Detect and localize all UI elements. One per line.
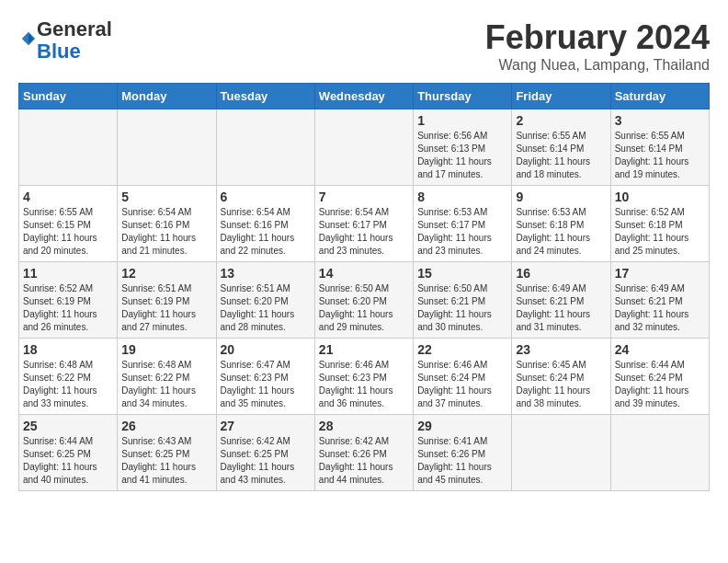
day-number: 19 xyxy=(121,342,211,357)
calendar-cell: 29Sunrise: 6:41 AM Sunset: 6:26 PM Dayli… xyxy=(414,415,512,491)
logo-text: General Blue xyxy=(37,18,112,63)
day-number: 6 xyxy=(221,190,311,204)
calendar-cell: 26Sunrise: 6:43 AM Sunset: 6:25 PM Dayli… xyxy=(118,415,216,491)
day-number: 21 xyxy=(319,342,409,357)
day-info: Sunrise: 6:51 AM Sunset: 6:19 PM Dayligh… xyxy=(121,282,211,334)
calendar-cell: 7Sunrise: 6:54 AM Sunset: 6:17 PM Daylig… xyxy=(314,186,413,262)
calendar-cell: 8Sunrise: 6:53 AM Sunset: 6:17 PM Daylig… xyxy=(414,186,512,262)
weekday-header-sunday: Sunday xyxy=(19,84,118,109)
calendar-cell xyxy=(512,415,610,491)
calendar-cell: 27Sunrise: 6:42 AM Sunset: 6:25 PM Dayli… xyxy=(216,415,314,491)
weekday-header-friday: Friday xyxy=(512,84,610,109)
logo-blue: Blue xyxy=(37,40,81,63)
day-number: 14 xyxy=(319,266,409,281)
calendar-week-row: 18Sunrise: 6:48 AM Sunset: 6:22 PM Dayli… xyxy=(19,339,710,415)
calendar-cell: 16Sunrise: 6:49 AM Sunset: 6:21 PM Dayli… xyxy=(512,262,610,339)
day-info: Sunrise: 6:42 AM Sunset: 6:26 PM Dayligh… xyxy=(319,435,409,487)
calendar-cell: 13Sunrise: 6:51 AM Sunset: 6:20 PM Dayli… xyxy=(216,262,314,339)
calendar-cell: 18Sunrise: 6:48 AM Sunset: 6:22 PM Dayli… xyxy=(19,339,118,415)
day-number: 8 xyxy=(417,190,507,204)
calendar-cell: 21Sunrise: 6:46 AM Sunset: 6:23 PM Dayli… xyxy=(314,339,413,415)
day-number: 24 xyxy=(615,342,705,357)
day-number: 13 xyxy=(221,266,311,281)
day-number: 28 xyxy=(319,419,409,433)
day-info: Sunrise: 6:52 AM Sunset: 6:19 PM Dayligh… xyxy=(23,282,113,334)
day-info: Sunrise: 6:46 AM Sunset: 6:23 PM Dayligh… xyxy=(319,359,409,410)
sub-title: Wang Nuea, Lampang, Thailand xyxy=(485,57,710,74)
day-number: 5 xyxy=(121,190,211,204)
calendar-week-row: 11Sunrise: 6:52 AM Sunset: 6:19 PM Dayli… xyxy=(19,262,710,339)
weekday-header-thursday: Thursday xyxy=(414,84,512,109)
day-number: 16 xyxy=(516,266,606,281)
calendar-cell xyxy=(118,109,216,186)
day-number: 26 xyxy=(121,419,211,433)
calendar-cell xyxy=(314,109,413,186)
day-info: Sunrise: 6:52 AM Sunset: 6:18 PM Dayligh… xyxy=(615,206,705,258)
calendar-cell: 6Sunrise: 6:54 AM Sunset: 6:16 PM Daylig… xyxy=(216,186,314,262)
calendar-cell xyxy=(610,415,709,491)
day-info: Sunrise: 6:49 AM Sunset: 6:21 PM Dayligh… xyxy=(516,282,606,334)
day-number: 18 xyxy=(23,342,113,357)
day-info: Sunrise: 6:43 AM Sunset: 6:25 PM Dayligh… xyxy=(121,435,211,487)
title-block: February 2024 Wang Nuea, Lampang, Thaila… xyxy=(485,18,710,74)
calendar-cell xyxy=(19,109,118,186)
day-info: Sunrise: 6:46 AM Sunset: 6:24 PM Dayligh… xyxy=(417,359,507,410)
day-info: Sunrise: 6:55 AM Sunset: 6:14 PM Dayligh… xyxy=(615,130,705,181)
day-info: Sunrise: 6:55 AM Sunset: 6:14 PM Dayligh… xyxy=(516,130,606,181)
calendar-cell: 3Sunrise: 6:55 AM Sunset: 6:14 PM Daylig… xyxy=(610,109,709,186)
calendar-cell: 17Sunrise: 6:49 AM Sunset: 6:21 PM Dayli… xyxy=(610,262,709,339)
day-info: Sunrise: 6:54 AM Sunset: 6:16 PM Dayligh… xyxy=(121,206,211,258)
calendar-cell: 2Sunrise: 6:55 AM Sunset: 6:14 PM Daylig… xyxy=(512,109,610,186)
calendar-cell: 11Sunrise: 6:52 AM Sunset: 6:19 PM Dayli… xyxy=(19,262,118,339)
calendar-week-row: 25Sunrise: 6:44 AM Sunset: 6:25 PM Dayli… xyxy=(19,415,710,491)
day-number: 29 xyxy=(417,419,507,433)
calendar-cell: 15Sunrise: 6:50 AM Sunset: 6:21 PM Dayli… xyxy=(414,262,512,339)
day-info: Sunrise: 6:54 AM Sunset: 6:17 PM Dayligh… xyxy=(319,206,409,258)
calendar-cell: 22Sunrise: 6:46 AM Sunset: 6:24 PM Dayli… xyxy=(414,339,512,415)
calendar-cell: 5Sunrise: 6:54 AM Sunset: 6:16 PM Daylig… xyxy=(118,186,216,262)
day-info: Sunrise: 6:54 AM Sunset: 6:16 PM Dayligh… xyxy=(221,206,311,258)
day-number: 15 xyxy=(417,266,507,281)
day-info: Sunrise: 6:47 AM Sunset: 6:23 PM Dayligh… xyxy=(221,359,311,410)
calendar-cell: 12Sunrise: 6:51 AM Sunset: 6:19 PM Dayli… xyxy=(118,262,216,339)
calendar-table: SundayMondayTuesdayWednesdayThursdayFrid… xyxy=(18,83,710,491)
day-info: Sunrise: 6:53 AM Sunset: 6:17 PM Dayligh… xyxy=(417,206,507,258)
day-info: Sunrise: 6:44 AM Sunset: 6:25 PM Dayligh… xyxy=(23,435,113,487)
day-number: 25 xyxy=(23,419,113,433)
calendar-cell: 28Sunrise: 6:42 AM Sunset: 6:26 PM Dayli… xyxy=(314,415,413,491)
calendar-cell: 10Sunrise: 6:52 AM Sunset: 6:18 PM Dayli… xyxy=(610,186,709,262)
weekday-header-saturday: Saturday xyxy=(610,84,709,109)
day-info: Sunrise: 6:53 AM Sunset: 6:18 PM Dayligh… xyxy=(516,206,606,258)
calendar-cell: 19Sunrise: 6:48 AM Sunset: 6:22 PM Dayli… xyxy=(118,339,216,415)
day-number: 22 xyxy=(417,342,507,357)
day-number: 2 xyxy=(516,113,606,128)
logo: General Blue xyxy=(18,18,112,63)
day-number: 3 xyxy=(615,113,705,128)
day-info: Sunrise: 6:48 AM Sunset: 6:22 PM Dayligh… xyxy=(23,359,113,410)
day-info: Sunrise: 6:48 AM Sunset: 6:22 PM Dayligh… xyxy=(121,359,211,410)
day-number: 9 xyxy=(516,190,606,204)
weekday-header-tuesday: Tuesday xyxy=(216,84,314,109)
day-info: Sunrise: 6:49 AM Sunset: 6:21 PM Dayligh… xyxy=(615,282,705,334)
calendar-cell: 20Sunrise: 6:47 AM Sunset: 6:23 PM Dayli… xyxy=(216,339,314,415)
calendar-cell: 23Sunrise: 6:45 AM Sunset: 6:24 PM Dayli… xyxy=(512,339,610,415)
page-header: General Blue February 2024 Wang Nuea, La… xyxy=(18,18,710,74)
day-number: 27 xyxy=(221,419,311,433)
day-info: Sunrise: 6:50 AM Sunset: 6:21 PM Dayligh… xyxy=(417,282,507,334)
calendar-week-row: 4Sunrise: 6:55 AM Sunset: 6:15 PM Daylig… xyxy=(19,186,710,262)
logo-general: General xyxy=(37,17,112,40)
calendar-cell xyxy=(216,109,314,186)
calendar-cell: 25Sunrise: 6:44 AM Sunset: 6:25 PM Dayli… xyxy=(19,415,118,491)
day-number: 17 xyxy=(615,266,705,281)
day-number: 12 xyxy=(121,266,211,281)
calendar-week-row: 1Sunrise: 6:56 AM Sunset: 6:13 PM Daylig… xyxy=(19,109,710,186)
logo-icon xyxy=(20,30,37,47)
weekday-header-monday: Monday xyxy=(118,84,216,109)
day-info: Sunrise: 6:50 AM Sunset: 6:20 PM Dayligh… xyxy=(319,282,409,334)
calendar-cell: 1Sunrise: 6:56 AM Sunset: 6:13 PM Daylig… xyxy=(414,109,512,186)
day-info: Sunrise: 6:42 AM Sunset: 6:25 PM Dayligh… xyxy=(221,435,311,487)
day-number: 11 xyxy=(23,266,113,281)
main-title: February 2024 xyxy=(485,18,710,57)
calendar-cell: 14Sunrise: 6:50 AM Sunset: 6:20 PM Dayli… xyxy=(314,262,413,339)
day-number: 20 xyxy=(221,342,311,357)
